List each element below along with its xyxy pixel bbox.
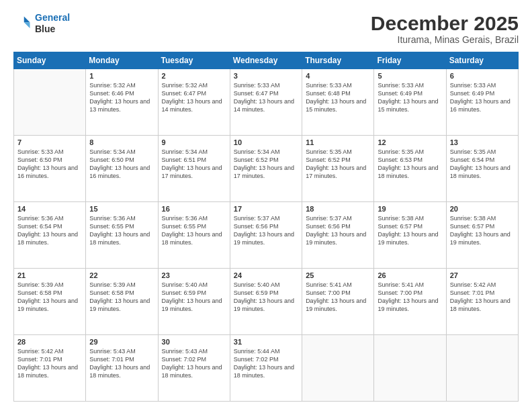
day-number: 8 bbox=[89, 138, 154, 146]
cell-info: Sunrise: 5:40 AMSunset: 6:59 PMDaylight:… bbox=[234, 281, 298, 314]
day-number: 2 bbox=[162, 72, 226, 80]
calendar-cell: 8Sunrise: 5:34 AMSunset: 6:50 PMDaylight… bbox=[86, 136, 158, 202]
calendar-cell: 5Sunrise: 5:33 AMSunset: 6:49 PMDaylight… bbox=[374, 69, 446, 136]
calendar-cell: 10Sunrise: 5:34 AMSunset: 6:52 PMDayligh… bbox=[230, 136, 302, 202]
day-number: 29 bbox=[89, 338, 154, 346]
calendar-cell bbox=[302, 335, 374, 402]
weekday-header-monday: Monday bbox=[86, 52, 158, 69]
logo-icon bbox=[13, 14, 32, 33]
cell-info: Sunrise: 5:38 AMSunset: 6:57 PMDaylight:… bbox=[378, 214, 442, 247]
cell-info: Sunrise: 5:35 AMSunset: 6:53 PMDaylight:… bbox=[378, 148, 442, 181]
svg-marker-0 bbox=[24, 16, 30, 22]
weekday-header-friday: Friday bbox=[374, 52, 446, 69]
calendar-cell bbox=[446, 335, 518, 402]
calendar-cell: 6Sunrise: 5:33 AMSunset: 6:49 PMDaylight… bbox=[446, 69, 518, 136]
cell-info: Sunrise: 5:40 AMSunset: 6:59 PMDaylight:… bbox=[162, 281, 226, 314]
day-number: 17 bbox=[234, 205, 298, 213]
weekday-header-tuesday: Tuesday bbox=[158, 52, 230, 69]
title-block: December 2025 Iturama, Minas Gerais, Bra… bbox=[371, 12, 519, 45]
day-number: 27 bbox=[450, 271, 515, 279]
day-number: 30 bbox=[162, 338, 226, 346]
calendar-cell: 12Sunrise: 5:35 AMSunset: 6:53 PMDayligh… bbox=[374, 136, 446, 202]
cell-info: Sunrise: 5:33 AMSunset: 6:49 PMDaylight:… bbox=[378, 81, 442, 114]
cell-info: Sunrise: 5:37 AMSunset: 6:56 PMDaylight:… bbox=[306, 214, 370, 247]
calendar-cell: 24Sunrise: 5:40 AMSunset: 6:59 PMDayligh… bbox=[230, 269, 302, 335]
cell-info: Sunrise: 5:36 AMSunset: 6:55 PMDaylight:… bbox=[162, 214, 226, 247]
calendar-cell: 9Sunrise: 5:34 AMSunset: 6:51 PMDaylight… bbox=[158, 136, 230, 202]
cell-info: Sunrise: 5:35 AMSunset: 6:52 PMDaylight:… bbox=[306, 148, 370, 181]
cell-info: Sunrise: 5:36 AMSunset: 6:54 PMDaylight:… bbox=[17, 214, 82, 247]
day-number: 20 bbox=[450, 205, 515, 213]
cell-info: Sunrise: 5:42 AMSunset: 7:01 PMDaylight:… bbox=[450, 281, 515, 314]
calendar-cell: 1Sunrise: 5:32 AMSunset: 6:46 PMDaylight… bbox=[86, 69, 158, 136]
day-number: 22 bbox=[89, 271, 154, 279]
day-number: 3 bbox=[234, 72, 298, 80]
calendar-cell: 30Sunrise: 5:43 AMSunset: 7:02 PMDayligh… bbox=[158, 335, 230, 402]
day-number: 5 bbox=[378, 72, 442, 80]
page: General Blue December 2025 Iturama, Mina… bbox=[0, 0, 532, 411]
calendar-cell: 29Sunrise: 5:43 AMSunset: 7:01 PMDayligh… bbox=[86, 335, 158, 402]
day-number: 13 bbox=[450, 138, 515, 146]
weekday-header-sunday: Sunday bbox=[14, 52, 86, 69]
cell-info: Sunrise: 5:36 AMSunset: 6:55 PMDaylight:… bbox=[89, 214, 154, 247]
calendar-cell: 15Sunrise: 5:36 AMSunset: 6:55 PMDayligh… bbox=[86, 202, 158, 269]
day-number: 28 bbox=[17, 338, 82, 346]
cell-info: Sunrise: 5:35 AMSunset: 6:54 PMDaylight:… bbox=[450, 148, 515, 181]
weekday-header-wednesday: Wednesday bbox=[230, 52, 302, 69]
calendar-cell: 4Sunrise: 5:33 AMSunset: 6:48 PMDaylight… bbox=[302, 69, 374, 136]
calendar-cell: 25Sunrise: 5:41 AMSunset: 7:00 PMDayligh… bbox=[302, 269, 374, 335]
cell-info: Sunrise: 5:32 AMSunset: 6:46 PMDaylight:… bbox=[89, 81, 154, 114]
calendar-cell: 13Sunrise: 5:35 AMSunset: 6:54 PMDayligh… bbox=[446, 136, 518, 202]
cell-info: Sunrise: 5:34 AMSunset: 6:51 PMDaylight:… bbox=[162, 148, 226, 181]
calendar-cell: 18Sunrise: 5:37 AMSunset: 6:56 PMDayligh… bbox=[302, 202, 374, 269]
day-number: 26 bbox=[378, 271, 442, 279]
calendar-cell: 21Sunrise: 5:39 AMSunset: 6:58 PMDayligh… bbox=[14, 269, 86, 335]
day-number: 16 bbox=[162, 205, 226, 213]
cell-info: Sunrise: 5:41 AMSunset: 7:00 PMDaylight:… bbox=[378, 281, 442, 314]
calendar-cell bbox=[14, 69, 86, 136]
cell-info: Sunrise: 5:39 AMSunset: 6:58 PMDaylight:… bbox=[17, 281, 82, 314]
calendar-cell bbox=[374, 335, 446, 402]
calendar-cell: 7Sunrise: 5:33 AMSunset: 6:50 PMDaylight… bbox=[14, 136, 86, 202]
weekday-header-saturday: Saturday bbox=[446, 52, 518, 69]
cell-info: Sunrise: 5:34 AMSunset: 6:50 PMDaylight:… bbox=[89, 148, 154, 181]
day-number: 6 bbox=[450, 72, 515, 80]
calendar-week-row: 1Sunrise: 5:32 AMSunset: 6:46 PMDaylight… bbox=[14, 69, 519, 136]
weekday-header-row: SundayMondayTuesdayWednesdayThursdayFrid… bbox=[14, 52, 519, 69]
cell-info: Sunrise: 5:39 AMSunset: 6:58 PMDaylight:… bbox=[89, 281, 154, 314]
day-number: 4 bbox=[306, 72, 370, 80]
calendar-week-row: 28Sunrise: 5:42 AMSunset: 7:01 PMDayligh… bbox=[14, 335, 519, 402]
cell-info: Sunrise: 5:43 AMSunset: 7:01 PMDaylight:… bbox=[89, 347, 154, 380]
calendar-cell: 31Sunrise: 5:44 AMSunset: 7:02 PMDayligh… bbox=[230, 335, 302, 402]
calendar-cell: 17Sunrise: 5:37 AMSunset: 6:56 PMDayligh… bbox=[230, 202, 302, 269]
day-number: 21 bbox=[17, 271, 82, 279]
cell-info: Sunrise: 5:33 AMSunset: 6:50 PMDaylight:… bbox=[17, 148, 82, 181]
day-number: 10 bbox=[234, 138, 298, 146]
cell-info: Sunrise: 5:32 AMSunset: 6:47 PMDaylight:… bbox=[162, 81, 226, 114]
logo: General Blue bbox=[13, 12, 70, 35]
calendar-week-row: 14Sunrise: 5:36 AMSunset: 6:54 PMDayligh… bbox=[14, 202, 519, 269]
calendar-cell: 20Sunrise: 5:38 AMSunset: 6:57 PMDayligh… bbox=[446, 202, 518, 269]
cell-info: Sunrise: 5:33 AMSunset: 6:47 PMDaylight:… bbox=[234, 81, 298, 114]
logo-text: General Blue bbox=[35, 12, 70, 35]
day-number: 15 bbox=[89, 205, 154, 213]
calendar-cell: 27Sunrise: 5:42 AMSunset: 7:01 PMDayligh… bbox=[446, 269, 518, 335]
day-number: 9 bbox=[162, 138, 226, 146]
location: Iturama, Minas Gerais, Brazil bbox=[371, 34, 519, 45]
calendar-cell: 26Sunrise: 5:41 AMSunset: 7:00 PMDayligh… bbox=[374, 269, 446, 335]
cell-info: Sunrise: 5:43 AMSunset: 7:02 PMDaylight:… bbox=[162, 347, 226, 380]
calendar-cell: 23Sunrise: 5:40 AMSunset: 6:59 PMDayligh… bbox=[158, 269, 230, 335]
weekday-header-thursday: Thursday bbox=[302, 52, 374, 69]
calendar-cell: 2Sunrise: 5:32 AMSunset: 6:47 PMDaylight… bbox=[158, 69, 230, 136]
calendar-cell: 14Sunrise: 5:36 AMSunset: 6:54 PMDayligh… bbox=[14, 202, 86, 269]
day-number: 7 bbox=[17, 138, 82, 146]
calendar-cell: 22Sunrise: 5:39 AMSunset: 6:58 PMDayligh… bbox=[86, 269, 158, 335]
calendar-week-row: 7Sunrise: 5:33 AMSunset: 6:50 PMDaylight… bbox=[14, 136, 519, 202]
header: General Blue December 2025 Iturama, Mina… bbox=[13, 12, 519, 45]
day-number: 31 bbox=[234, 338, 298, 346]
calendar-cell: 16Sunrise: 5:36 AMSunset: 6:55 PMDayligh… bbox=[158, 202, 230, 269]
month-title: December 2025 bbox=[371, 12, 519, 34]
cell-info: Sunrise: 5:42 AMSunset: 7:01 PMDaylight:… bbox=[17, 347, 82, 380]
calendar-cell: 3Sunrise: 5:33 AMSunset: 6:47 PMDaylight… bbox=[230, 69, 302, 136]
cell-info: Sunrise: 5:41 AMSunset: 7:00 PMDaylight:… bbox=[306, 281, 370, 314]
